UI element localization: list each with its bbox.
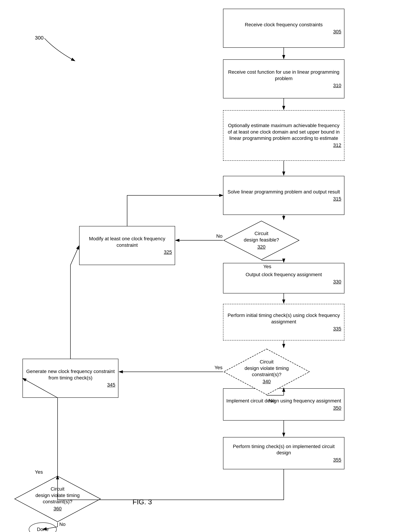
diamond-340-line1: Circuit — [244, 359, 289, 365]
box-345: Generate new clock frequency constraint … — [22, 359, 118, 398]
box-345-number: 345 — [107, 382, 115, 388]
box-312: Optionally estimate maximum achievable f… — [223, 110, 344, 161]
box-335: Perform initial timing check(s) using cl… — [223, 304, 344, 341]
svg-text:Yes: Yes — [35, 469, 43, 475]
diamond-360: Circuit design violate timing constraint… — [14, 475, 101, 522]
box-355: Perform timing check(s) on implemented c… — [223, 437, 344, 469]
box-312-text: Optionally estimate maximum achievable f… — [226, 122, 341, 141]
box-315: Solve linear programming problem and out… — [223, 176, 344, 215]
box-350-text: Implement circuit design using frequency… — [226, 398, 341, 404]
box-330: Output clock frequency assignment 330 — [223, 263, 344, 293]
diamond-320-line2: design feasible? — [244, 237, 279, 243]
box-325-number: 325 — [164, 249, 172, 255]
box-315-text: Solve linear programming problem and out… — [228, 189, 340, 195]
diamond-340-line3: constraint(s)? — [244, 371, 289, 378]
diamond-340: Circuit design violate timing constraint… — [223, 348, 310, 395]
diamond-360-line3: constraint(s)? — [35, 499, 80, 505]
diamond-360-number: 360 — [35, 506, 80, 512]
box-335-number: 335 — [333, 326, 341, 332]
box-345-text: Generate new clock frequency constraint … — [26, 368, 115, 381]
diamond-320: Circuit design feasible? 320 — [223, 220, 300, 260]
box-325: Modify at least one clock frequency cons… — [79, 226, 175, 265]
diamond-340-number: 340 — [244, 378, 289, 385]
box-355-number: 355 — [333, 457, 341, 463]
fig-label: FIG. 3 — [132, 498, 152, 506]
oval-done: Done — [29, 522, 57, 532]
diamond-320-line1: Circuit — [244, 230, 279, 237]
box-325-text: Modify at least one clock frequency cons… — [82, 236, 172, 248]
svg-text:Yes: Yes — [215, 365, 222, 370]
box-310-number: 310 — [333, 82, 341, 89]
box-310: Receive cost function for use in linear … — [223, 59, 344, 98]
box-355-text: Perform timing check(s) on implemented c… — [226, 443, 341, 456]
box-330-text: Output clock frequency assignment — [246, 272, 322, 278]
diamond-320-number: 320 — [244, 244, 279, 250]
diamond-360-line2: design violate timing — [35, 492, 80, 499]
label-300: 300 — [35, 35, 44, 41]
box-305-number: 305 — [333, 29, 341, 35]
box-330-number: 330 — [333, 279, 341, 285]
box-335-text: Perform initial timing check(s) using cl… — [226, 312, 341, 325]
box-315-number: 315 — [333, 196, 341, 202]
box-312-number: 312 — [333, 142, 341, 148]
box-305: Receive clock frequency constraints 305 — [223, 9, 344, 48]
diamond-340-line2: design violate timing — [244, 365, 289, 371]
svg-text:No: No — [216, 233, 222, 239]
oval-done-label: Done — [37, 527, 49, 532]
box-305-text: Receive clock frequency constraints — [245, 22, 323, 28]
box-310-text: Receive cost function for use in linear … — [226, 69, 341, 82]
flowchart-diagram: 300 Receive clock frequency constraints … — [0, 0, 399, 532]
diamond-360-line1: Circuit — [35, 486, 80, 492]
box-350-number: 350 — [333, 405, 341, 411]
